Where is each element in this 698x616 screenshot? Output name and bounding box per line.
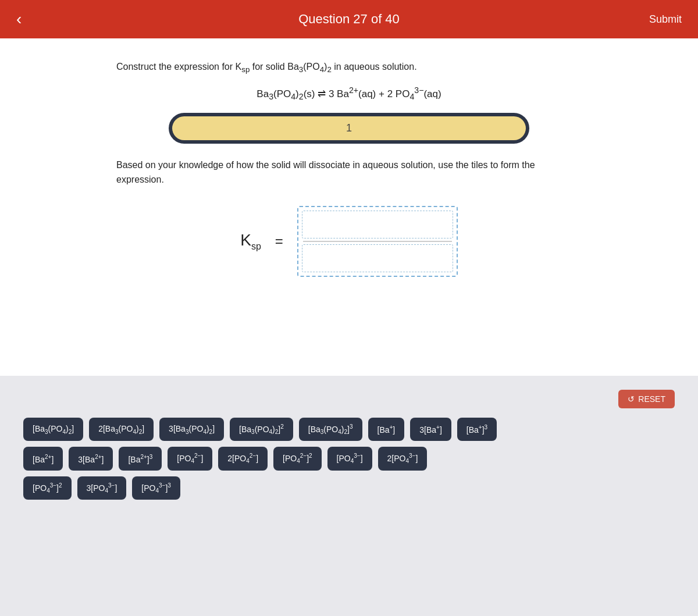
tile-ba3po42-cube[interactable]: [Ba3(PO4)2]3 — [299, 418, 362, 441]
tile-3ba-plus[interactable]: 3[Ba+] — [410, 418, 451, 441]
progress-bar: 1 — [172, 116, 526, 140]
reset-button[interactable]: ↺ RESET — [618, 390, 675, 408]
ksp-area: Ksp = — [116, 206, 582, 277]
question-text: Construct the expression for Ksp for sol… — [116, 59, 582, 76]
tile-ba3po42-sq[interactable]: [Ba3(PO4)2]2 — [230, 418, 293, 441]
content-area: Construct the expression for Ksp for sol… — [0, 38, 698, 376]
tile-3ba2plus[interactable]: 3[Ba2+] — [69, 447, 113, 470]
tile-2ba3po42[interactable]: 2[Ba3(PO4)2] — [89, 418, 154, 441]
question-progress: Question 27 of 40 — [298, 12, 400, 27]
tiles-area: ↺ RESET [Ba3(PO4)2] 2[Ba3(PO4)2] 3[Ba3(P… — [0, 376, 698, 529]
tile-po42minus-sq[interactable]: [PO42−]2 — [273, 447, 322, 470]
tile-3ba3po42[interactable]: 3[Ba3(PO4)2] — [159, 418, 224, 441]
back-button[interactable]: ‹ — [16, 11, 22, 27]
tile-ba2plus[interactable]: [Ba2+] — [23, 447, 63, 470]
tile-2po42minus[interactable]: 2[PO42−] — [218, 447, 268, 470]
tile-3po43minus[interactable]: 3[PO43−] — [77, 476, 127, 500]
tile-po42minus[interactable]: [PO42−] — [168, 447, 212, 470]
instruction-text: Based on your knowledge of how the solid… — [116, 158, 582, 187]
ksp-fraction-divider — [303, 241, 452, 242]
tile-po43minus-cube[interactable]: [PO43−]3 — [132, 476, 180, 500]
tiles-row-2: [Ba2+] 3[Ba2+] [Ba2+]3 [PO42−] 2[PO42−] … — [23, 447, 675, 470]
tile-po43minus-sq[interactable]: [PO43−]2 — [23, 476, 72, 500]
reset-row: ↺ RESET — [23, 390, 675, 408]
tiles-row-3: [PO43−]2 3[PO43−] [PO43−]3 — [23, 476, 675, 500]
tile-ba2plus-cube[interactable]: [Ba2+]3 — [119, 447, 162, 470]
reset-icon: ↺ — [628, 394, 635, 404]
tile-2po43minus[interactable]: 2[PO43−] — [378, 447, 428, 470]
header: ‹ Question 27 of 40 Submit — [0, 0, 698, 38]
tile-po43minus[interactable]: [PO43−] — [327, 447, 372, 470]
tiles-row-1: [Ba3(PO4)2] 2[Ba3(PO4)2] 3[Ba3(PO4)2] [B… — [23, 418, 675, 441]
progress-bar-container: 1 — [169, 113, 529, 144]
equation: Ba3(PO4)2(s) ⇌ 3 Ba2+(aq) + 2 PO43−(aq) — [116, 86, 582, 101]
submit-button[interactable]: Submit — [649, 13, 682, 26]
tile-ba-plus-cube[interactable]: [Ba+]3 — [457, 418, 497, 441]
ksp-fraction — [297, 206, 458, 277]
tile-ba-plus[interactable]: [Ba+] — [368, 418, 405, 441]
ksp-label: Ksp — [240, 231, 261, 252]
ksp-denominator-slot[interactable] — [302, 244, 453, 272]
ksp-numerator-slot[interactable] — [302, 211, 453, 238]
reset-label: RESET — [638, 394, 665, 404]
ksp-equals: = — [275, 233, 283, 250]
tile-ba3po42[interactable]: [Ba3(PO4)2] — [23, 418, 83, 441]
